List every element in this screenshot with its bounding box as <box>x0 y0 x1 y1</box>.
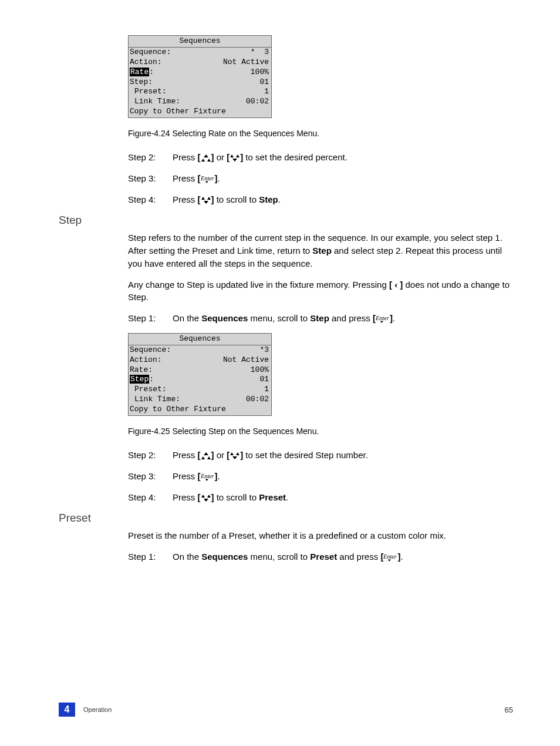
menu-row: Rate:100% <box>130 68 269 78</box>
menu-row: Preset:1 <box>130 385 269 395</box>
step-row: Step 4:Press [] to scroll to Step. <box>128 193 513 206</box>
page-footer: 4 Operation 65 <box>59 703 513 717</box>
down-icon <box>230 452 240 460</box>
menu-label: Preset: <box>130 87 167 97</box>
menu-value: 100% <box>153 365 269 375</box>
menu-label: Sequence: <box>130 48 171 58</box>
menu-row: Step:01 <box>130 375 269 385</box>
figure-caption: Figure-4.24 Selecting Rate on the Sequen… <box>128 129 513 138</box>
menu-title: Sequences <box>129 334 271 345</box>
menu-value: 00:02 <box>180 395 269 405</box>
menu-label: Step: <box>130 375 154 385</box>
step-row: Step 4:Press [] to scroll to Preset. <box>128 491 513 504</box>
down-icon <box>230 154 240 162</box>
menu-row: Sequence:*3 <box>130 345 269 355</box>
menu-label: Action: <box>130 355 162 365</box>
menu-row: Copy to Other Fixture <box>130 405 269 415</box>
menu-row: Sequence:* 3 <box>130 48 269 58</box>
enter-icon <box>201 473 215 481</box>
menu-label: Copy to Other Fixture <box>130 405 226 415</box>
menu-value <box>226 405 269 415</box>
step-row: Step 3:Press []. <box>128 172 513 185</box>
step-row: Step 2:Press [] or [] to set the desired… <box>128 449 513 462</box>
step-row: Step 1: On the Sequences menu, scroll to… <box>128 550 513 563</box>
step-row: Step 3:Press []. <box>128 470 513 483</box>
menu-row: Copy to Other Fixture <box>130 107 269 117</box>
step-row: Step 2:Press [] or [] to set the desired… <box>128 151 513 164</box>
menu-row: Link Time:00:02 <box>130 395 269 405</box>
menu-value: Not Active <box>162 58 269 68</box>
menu-value: 01 <box>153 78 269 88</box>
menu-value: 01 <box>154 375 269 385</box>
menu-row: Link Time:00:02 <box>130 97 269 107</box>
menu-value: * 3 <box>171 48 269 58</box>
menu-value: 00:02 <box>180 97 269 107</box>
chapter-number: 4 <box>59 703 75 717</box>
menu-row: Action:Not Active <box>130 355 269 365</box>
enter-icon <box>376 315 390 323</box>
sequences-menu-b: Sequences Sequence:*3Action:Not ActiveRa… <box>128 333 272 416</box>
menu-label: Link Time: <box>130 395 180 405</box>
up-icon <box>201 452 211 460</box>
menu-row: Step:01 <box>130 78 269 88</box>
menu-row: Action:Not Active <box>130 58 269 68</box>
menu-value: 1 <box>167 87 269 97</box>
menu-value: 100% <box>154 68 269 78</box>
menu-row: Preset:1 <box>130 87 269 97</box>
menu-label: Preset: <box>130 385 167 395</box>
menu-label: Action: <box>130 58 162 68</box>
down-icon <box>201 494 211 502</box>
enter-icon <box>383 553 397 562</box>
menu-value: Not Active <box>162 355 269 365</box>
sequences-menu-a: Sequences Sequence:* 3Action:Not ActiveR… <box>128 35 272 118</box>
up-icon <box>201 154 211 162</box>
menu-value: *3 <box>171 345 269 355</box>
page-content: Sequences Sequence:* 3Action:Not ActiveR… <box>0 0 560 563</box>
menu-label: Rate: <box>130 68 154 78</box>
footer-title: Operation <box>83 706 505 713</box>
page-number: 65 <box>505 705 513 714</box>
preset-paragraph: Preset is the number of a Preset, whethe… <box>128 529 513 542</box>
menu-row: Rate:100% <box>130 365 269 375</box>
section-heading-preset: Preset <box>59 512 513 525</box>
menu-label: Rate: <box>130 365 153 375</box>
figure-caption: Figure-4.25 Selecting Step on the Sequen… <box>128 426 513 436</box>
menu-title: Sequences <box>129 36 271 48</box>
menu-value <box>226 107 269 117</box>
menu-label: Step: <box>130 78 153 88</box>
menu-value: 1 <box>167 385 269 395</box>
down-icon <box>201 196 211 204</box>
section-heading-step: Step <box>59 214 513 227</box>
menu-label: Copy to Other Fixture <box>130 107 226 117</box>
step-paragraph-1: Step refers to the number of the current… <box>128 231 513 270</box>
step-paragraph-2: Any change to Step is updated live in th… <box>128 278 513 304</box>
menu-label: Sequence: <box>130 345 171 355</box>
enter-icon <box>201 175 215 183</box>
step-row: Step 1: On the Sequences menu, scroll to… <box>128 312 513 325</box>
menu-label: Link Time: <box>130 97 180 107</box>
